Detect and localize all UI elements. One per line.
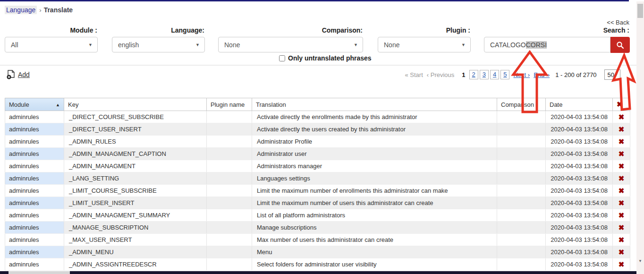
plugin-cell: [207, 222, 252, 234]
comparison-select-value: None: [224, 41, 240, 49]
delete-row-icon[interactable]: ✖: [619, 125, 625, 133]
column-header-date[interactable]: Date: [546, 98, 613, 111]
module-select-value: All: [11, 41, 18, 49]
date-cell: 2020-04-03 13:54:08: [546, 209, 613, 222]
toolbar-divider: [0, 65, 636, 66]
pagination-page-4[interactable]: 4: [490, 70, 499, 79]
module-cell: adminrules: [5, 258, 64, 271]
only-untranslated-label: Only untranslated phrases: [288, 54, 372, 62]
pagination-page-3[interactable]: 3: [480, 70, 489, 79]
table-row: adminrules_ADMIN_MANAGMENTAdministrators…: [5, 160, 630, 172]
module-cell: adminrules: [5, 246, 64, 258]
delete-cell: ✖: [613, 148, 630, 160]
search-input-text: CATALOGO: [490, 41, 526, 49]
delete-row-icon[interactable]: ✖: [619, 199, 625, 207]
delete-row-icon[interactable]: ✖: [619, 187, 625, 195]
plugin-cell: [207, 148, 252, 160]
delete-cell: ✖: [613, 197, 630, 209]
translations-table: Module ▲ Key Plugin name Translation Com…: [5, 98, 630, 271]
delete-row-icon[interactable]: ✖: [619, 113, 625, 121]
key-cell: _MANAGE_SUBSCRIPTION: [64, 222, 207, 234]
translation-cell: Administrator user: [252, 148, 497, 160]
key-cell: _ADMIN_RULES: [64, 136, 207, 148]
module-cell: adminrules: [5, 160, 64, 172]
date-cell: 2020-04-03 13:54:08: [546, 246, 613, 258]
delete-row-icon[interactable]: ✖: [619, 174, 625, 182]
scrollbar-down-arrow-icon[interactable]: ▼: [636, 259, 644, 263]
delete-row-icon[interactable]: ✖: [619, 150, 625, 158]
plugin-cell: [207, 197, 252, 209]
vertical-scrollbar[interactable]: ▼: [636, 1, 644, 274]
plugin-cell: [207, 160, 252, 172]
pagination-page-5[interactable]: 5: [500, 70, 509, 79]
delete-cell: ✖: [613, 258, 630, 271]
pagination-previous[interactable]: ‹ Previous: [427, 71, 455, 78]
table-row: adminrules_ADMIN_MANAGMENT_CAPTIONAdmini…: [5, 148, 630, 160]
plugin-cell: [207, 136, 252, 148]
delete-cell: ✖: [613, 234, 630, 246]
horizontal-scrollbar[interactable]: [0, 271, 636, 274]
plugin-select[interactable]: None ▼: [378, 37, 471, 52]
key-cell: _LANG_SETTING: [64, 172, 207, 185]
delete-row-icon[interactable]: ✖: [619, 137, 625, 146]
add-link[interactable]: Add: [18, 71, 30, 78]
pagination-range: 1 - 200 of 2770: [555, 71, 596, 78]
delete-all-icon[interactable]: ✖: [617, 100, 623, 108]
translation-cell: Activate directly the users created by t…: [252, 123, 497, 136]
per-page-select[interactable]: 50 ▼: [604, 69, 620, 80]
column-header-plugin-name[interactable]: Plugin name: [207, 98, 252, 111]
table-row: adminrules_ADMIN_ASSIGNTREEDESCRSelect f…: [5, 258, 630, 271]
translation-cell: Activate directly the enrollments made b…: [252, 111, 497, 123]
date-cell: 2020-04-03 13:54:08: [546, 136, 613, 148]
table-row: adminrules_MANAGE_SUBSCRIPTIONManage sub…: [5, 222, 630, 234]
translation-cell: Languages settings: [252, 172, 497, 185]
delete-row-icon[interactable]: ✖: [619, 211, 625, 219]
date-cell: 2020-04-03 13:54:08: [546, 123, 613, 136]
back-link[interactable]: << Back: [582, 19, 629, 26]
table-body: adminrules_DIRECT_COURSE_SUBSCRIBEActiva…: [5, 111, 630, 271]
comparison-cell: [497, 111, 546, 123]
table-row: adminrules_ADMIN_RULESAdministrator Prof…: [5, 136, 630, 148]
per-page-value: 50: [608, 71, 614, 78]
delete-row-icon[interactable]: ✖: [619, 260, 625, 268]
key-cell: _LIMIT_COURSE_SUBSCRIBE: [64, 185, 207, 197]
pagination-end[interactable]: End »: [534, 71, 550, 78]
column-header-module[interactable]: Module ▲: [5, 98, 64, 111]
table-row: adminrules_ADMIN_MANAGMENT_SUMMARYList o…: [5, 209, 630, 222]
column-header-key[interactable]: Key: [64, 98, 207, 111]
plugin-cell: [207, 258, 252, 271]
plugin-cell: [207, 123, 252, 136]
only-untranslated-checkbox[interactable]: [279, 55, 285, 61]
search-button[interactable]: [610, 37, 630, 53]
vertical-scrollbar-thumb[interactable]: [637, 4, 643, 18]
module-cell: adminrules: [5, 136, 64, 148]
pagination-start[interactable]: « Start: [405, 71, 423, 78]
search-input[interactable]: CATALOGO CORSI: [484, 37, 610, 52]
delete-row-icon[interactable]: ✖: [619, 162, 625, 170]
module-select[interactable]: All ▼: [5, 37, 98, 52]
table-row: adminrules_DIRECT_USER_INSERTActivate di…: [5, 123, 630, 136]
date-cell: 2020-04-03 13:54:08: [546, 185, 613, 197]
translation-cell: List of all platform administrators: [252, 209, 497, 222]
column-header-translation[interactable]: Translation: [252, 98, 497, 111]
chevron-down-icon: ▼: [461, 43, 466, 47]
add-document-icon: [7, 70, 15, 79]
translation-cell: Limit the maximum number of enrollments …: [252, 185, 497, 197]
column-header-comparison[interactable]: Comparison: [497, 98, 546, 111]
language-select[interactable]: english ▼: [112, 37, 205, 52]
breadcrumb-language-link[interactable]: Language: [5, 6, 37, 14]
add-action[interactable]: Add: [7, 70, 30, 79]
pagination-next[interactable]: Next ›: [513, 71, 530, 78]
horizontal-scrollbar-thumb[interactable]: [8, 271, 70, 274]
pagination-page-2[interactable]: 2: [469, 70, 478, 79]
plugin-cell: [207, 172, 252, 185]
delete-row-icon[interactable]: ✖: [619, 236, 625, 244]
comparison-select[interactable]: None ▼: [218, 37, 363, 52]
translation-cell: Limit the maximum number of users this a…: [252, 197, 497, 209]
date-cell: 2020-04-03 13:54:08: [546, 148, 613, 160]
translate-page: Language›Translate << Back Search : Modu…: [0, 0, 644, 274]
translation-cell: Administrator Profile: [252, 136, 497, 148]
delete-row-icon[interactable]: ✖: [619, 223, 625, 231]
delete-row-icon[interactable]: ✖: [619, 248, 625, 256]
pagination: « Start ‹ Previous 1 2345 Next › End » 1…: [412, 69, 620, 80]
